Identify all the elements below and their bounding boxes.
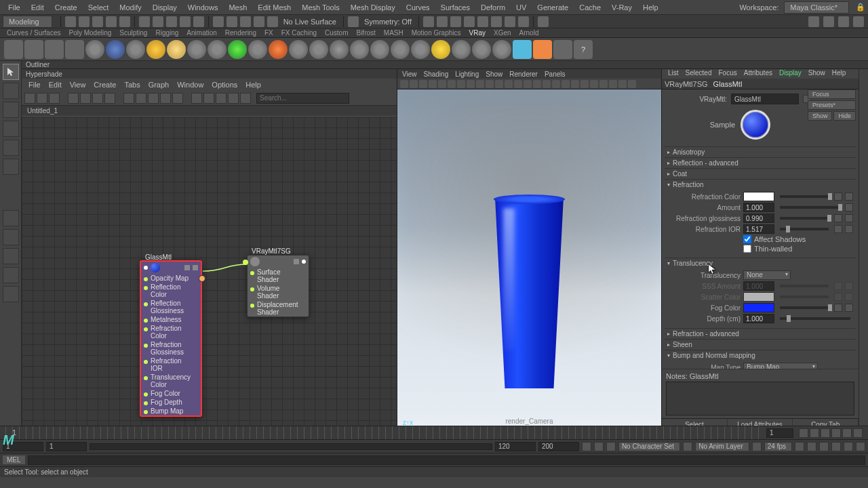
shelf-btn[interactable] xyxy=(513,40,532,59)
animlayer-dropdown[interactable]: No Anim Layer xyxy=(695,442,749,451)
open-scene-icon[interactable] xyxy=(79,16,90,27)
vp-tb-btn[interactable] xyxy=(400,80,408,88)
vp-tb-btn[interactable] xyxy=(486,80,494,88)
snap-grid-icon[interactable] xyxy=(180,16,191,27)
audio-icon[interactable] xyxy=(831,442,841,451)
hs-menu-create[interactable]: Create xyxy=(90,81,120,89)
fog-color-swatch[interactable] xyxy=(743,303,774,312)
translucency-dropdown[interactable]: None xyxy=(743,270,791,280)
symmetry-label[interactable]: Symmetry: Off xyxy=(360,18,416,26)
section-translucency[interactable]: Translucency xyxy=(665,258,856,268)
symmetry-icon[interactable] xyxy=(348,16,359,27)
shelf-btn[interactable] xyxy=(228,40,247,59)
node-shadinggroup[interactable]: VRayMtl7SG Surface Shader Volume Shader … xyxy=(247,255,309,317)
redo-icon[interactable] xyxy=(119,16,130,27)
range-btn[interactable] xyxy=(683,442,692,451)
shelf-btn[interactable] xyxy=(391,40,410,59)
map-button[interactable] xyxy=(834,214,842,222)
hs-tb-btn[interactable] xyxy=(92,93,103,104)
menu-modify[interactable]: Modify xyxy=(114,3,146,12)
vp-menu-renderer[interactable]: Renderer xyxy=(506,70,541,78)
attr-tab-glassmtl[interactable]: GlassMtl xyxy=(713,80,743,88)
og-icon[interactable] xyxy=(437,16,448,27)
menu-windows[interactable]: Windows xyxy=(182,3,224,12)
amount-slider[interactable] xyxy=(780,206,840,209)
shelf-tab-curves[interactable]: Curves / Surfaces xyxy=(3,29,64,37)
thin-walled-checkbox[interactable] xyxy=(743,245,751,253)
hs-tb-btn[interactable] xyxy=(228,93,239,104)
hs-search-icon[interactable] xyxy=(240,93,251,104)
shelf-tab-xgen[interactable]: XGen xyxy=(490,29,515,37)
save-scene-icon[interactable] xyxy=(92,16,103,27)
attr-menu-list[interactable]: List xyxy=(665,69,682,79)
snap-plane-icon[interactable] xyxy=(226,16,237,27)
render-icon[interactable] xyxy=(464,16,475,27)
shelf-btn[interactable] xyxy=(208,40,226,59)
vp-tb-btn[interactable] xyxy=(514,80,522,88)
shelf-btn[interactable] xyxy=(4,40,23,59)
map-button[interactable] xyxy=(845,192,853,201)
vp-menu-view[interactable]: View xyxy=(399,70,420,78)
node-attr[interactable]: Refraction IOR xyxy=(141,357,201,373)
pause-icon[interactable] xyxy=(518,16,529,27)
node-attr[interactable]: Displacement Shader xyxy=(248,300,309,317)
refraction-color-swatch[interactable] xyxy=(743,192,774,201)
hs-menu-view[interactable]: View xyxy=(66,81,90,89)
step-back-icon[interactable] xyxy=(810,428,819,438)
node-attr[interactable]: Translucency Color xyxy=(141,373,201,389)
node-attr[interactable]: Refraction Glossiness xyxy=(141,340,201,357)
shelf-tab-rigging[interactable]: Rigging xyxy=(151,29,182,37)
shelf-tab-sculpt[interactable]: Sculpting xyxy=(115,29,151,37)
shelf-btn[interactable] xyxy=(472,40,491,59)
shelf-btn[interactable] xyxy=(167,40,186,59)
node-attr[interactable]: Metalness xyxy=(141,315,201,324)
ipr-icon[interactable] xyxy=(477,16,488,27)
menu-curves[interactable]: Curves xyxy=(401,3,435,12)
layout-outliner[interactable] xyxy=(3,286,19,302)
range-end-1[interactable] xyxy=(495,442,536,451)
range-btn[interactable] xyxy=(844,442,853,451)
viewport-3d[interactable]: z↑x render_Camera xyxy=(397,89,661,430)
goto-end-icon[interactable] xyxy=(853,428,863,438)
goto-start-icon[interactable] xyxy=(799,428,808,438)
affect-shadows-checkbox[interactable] xyxy=(743,235,751,243)
section-anisotropy[interactable]: Anisotropy xyxy=(665,147,856,157)
shelf-btn[interactable] xyxy=(269,40,288,59)
hs-tb-btn[interactable] xyxy=(203,93,214,104)
vp-tb-btn[interactable] xyxy=(552,80,560,88)
shelf-tab-bifrost[interactable]: Bifrost xyxy=(352,29,379,37)
vp-tb-btn[interactable] xyxy=(580,80,589,88)
snap-toggle-icon[interactable] xyxy=(254,16,264,27)
section-reflection-adv[interactable]: Reflection - advanced xyxy=(665,158,856,168)
vp-tb-btn[interactable] xyxy=(419,80,427,88)
layout-two-h[interactable] xyxy=(3,267,19,283)
select-mode-icon[interactable] xyxy=(139,16,150,27)
rotate-tool[interactable] xyxy=(3,140,19,156)
depth-slider[interactable] xyxy=(780,317,850,320)
section-bump[interactable]: Bump and Normal mapping xyxy=(665,350,856,361)
section-coat[interactable]: Coat xyxy=(665,169,856,179)
cmd-mode-label[interactable]: MEL xyxy=(3,455,25,464)
last-op-icon[interactable] xyxy=(538,16,549,27)
node-attr[interactable]: Fog Depth xyxy=(141,398,201,407)
lasso-icon[interactable] xyxy=(153,16,163,27)
shelf-btn[interactable] xyxy=(452,40,471,59)
attr-menu-focus[interactable]: Focus xyxy=(715,69,740,79)
range-btn[interactable] xyxy=(819,442,829,451)
charset-dropdown[interactable]: No Character Set xyxy=(618,442,680,451)
panel-layout-icon[interactable] xyxy=(808,16,819,27)
shelf-tab-fx[interactable]: FX xyxy=(260,29,277,37)
select-tool[interactable] xyxy=(3,64,19,80)
vp-tb-btn[interactable] xyxy=(457,80,465,88)
channel-box-icon[interactable] xyxy=(823,16,834,27)
undo-icon[interactable] xyxy=(106,16,117,27)
hs-tb-btn[interactable] xyxy=(172,93,183,104)
hs-menu-tabs[interactable]: Tabs xyxy=(120,81,144,89)
hs-tb-btn[interactable] xyxy=(37,93,47,104)
menu-file[interactable]: File xyxy=(3,3,26,12)
attr-tab-sg[interactable]: VRayMtl7SG xyxy=(665,80,708,88)
menu-deform[interactable]: Deform xyxy=(475,3,511,12)
menu-meshdisplay[interactable]: Mesh Display xyxy=(345,3,401,12)
shelf-btn[interactable] xyxy=(187,40,206,59)
hs-tb-btn[interactable] xyxy=(49,93,60,104)
